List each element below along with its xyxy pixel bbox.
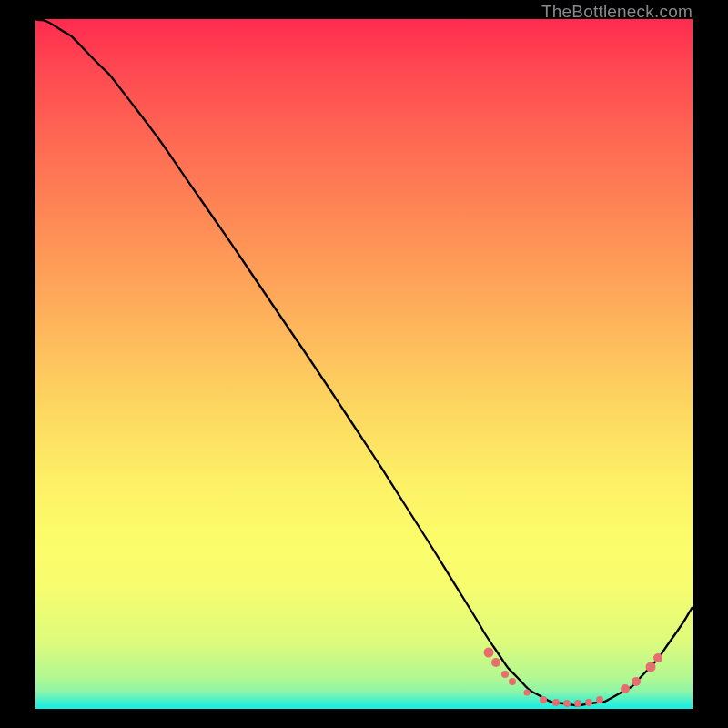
marker-dot: [596, 696, 603, 703]
marker-dot: [484, 648, 494, 658]
marker-dot: [563, 700, 571, 707]
marker-dot: [621, 684, 630, 693]
marker-dot: [552, 699, 560, 706]
marker-dot: [585, 699, 592, 706]
chart-svg: [35, 19, 693, 709]
marker-dot: [632, 677, 641, 686]
marker-dot: [653, 653, 662, 662]
marker-dot: [501, 671, 509, 678]
marker-dot: [524, 690, 531, 696]
curve-markers: [484, 648, 663, 708]
marker-dot: [491, 658, 500, 667]
curve-line: [35, 19, 693, 705]
marker-dot: [646, 662, 656, 672]
marker-dot: [540, 696, 547, 703]
bottleneck-chart: [35, 19, 693, 709]
marker-dot: [509, 678, 516, 685]
marker-dot: [574, 700, 581, 707]
